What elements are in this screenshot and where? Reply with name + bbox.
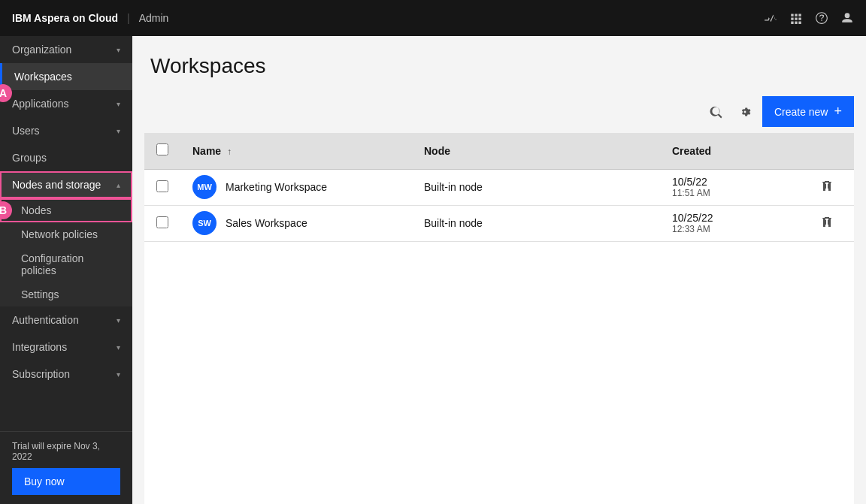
create-new-button[interactable]: Create new + bbox=[762, 96, 854, 127]
table-body: MW Marketing Workspace Built-in node 10/… bbox=[144, 169, 854, 241]
row-actions bbox=[809, 205, 854, 241]
chevron-up-icon-nodes: ▴ bbox=[117, 181, 120, 189]
row-created: 10/25/22 12:33 AM bbox=[660, 205, 809, 241]
topbar-brand: IBM Aspera on Cloud bbox=[12, 12, 118, 24]
table-header-name: Name ↑ bbox=[180, 133, 412, 169]
apps-icon[interactable] bbox=[789, 11, 803, 25]
row-name-cell: SW Sales Workspace bbox=[180, 205, 412, 241]
delete-icon[interactable] bbox=[821, 181, 833, 194]
annotation-b: B bbox=[0, 201, 12, 219]
row-node: Built-in node bbox=[412, 205, 660, 241]
workspaces-table-container: Name ↑ Node Created bbox=[144, 133, 854, 504]
topbar: IBM Aspera on Cloud | Admin bbox=[0, 0, 866, 36]
topbar-left: IBM Aspera on Cloud | Admin bbox=[12, 12, 168, 24]
sidebar-item-users[interactable]: Users ▾ bbox=[0, 117, 132, 144]
sidebar-integrations-label: Integrations bbox=[12, 341, 67, 353]
gear-icon bbox=[738, 105, 752, 119]
row-select-checkbox[interactable] bbox=[156, 180, 168, 192]
search-icon bbox=[710, 105, 723, 119]
topbar-right bbox=[764, 11, 854, 25]
sidebar-item-subscription[interactable]: Subscription ▾ bbox=[0, 361, 132, 388]
sidebar-sub-item-configuration-policies[interactable]: Configuration policies bbox=[0, 246, 132, 282]
help-icon[interactable] bbox=[815, 11, 828, 25]
main-content: Workspaces Create new + bbox=[132, 36, 866, 504]
sidebar-nodes-label: Nodes bbox=[21, 204, 51, 216]
sidebar-sub-item-network-policies[interactable]: Network policies bbox=[0, 222, 132, 246]
sidebar-organization-label: Organization bbox=[12, 44, 71, 56]
avatar: MW bbox=[192, 175, 216, 199]
sidebar-nodes-storage-submenu: B Nodes Network policies Configuration p… bbox=[0, 198, 132, 306]
select-all-checkbox[interactable] bbox=[156, 143, 168, 155]
row-checkbox[interactable] bbox=[144, 169, 180, 205]
table-header-checkbox bbox=[144, 133, 180, 169]
workspace-name[interactable]: Sales Workspace bbox=[226, 217, 307, 229]
sidebar-workspaces-label: Workspaces bbox=[14, 71, 72, 83]
sidebar-item-organization[interactable]: Organization ▾ bbox=[0, 36, 132, 63]
table-header-created: Created bbox=[660, 133, 809, 169]
avatar: SW bbox=[192, 211, 216, 235]
activity-icon[interactable] bbox=[764, 11, 777, 25]
sidebar-settings-label: Settings bbox=[21, 288, 59, 300]
chevron-down-icon: ▾ bbox=[117, 46, 120, 54]
sidebar-users-label: Users bbox=[12, 125, 40, 137]
delete-icon[interactable] bbox=[821, 217, 833, 230]
toolbar: Create new + bbox=[132, 90, 866, 133]
sidebar-configuration-policies-label: Configuration policies bbox=[21, 252, 83, 276]
topbar-admin-label: Admin bbox=[139, 12, 169, 24]
user-icon[interactable] bbox=[840, 11, 854, 25]
workspaces-table: Name ↑ Node Created bbox=[144, 133, 854, 242]
sidebar-item-nodes-and-storage[interactable]: Nodes and storage ▴ bbox=[0, 171, 132, 198]
chevron-down-icon-integrations: ▾ bbox=[117, 343, 120, 352]
sidebar-item-groups[interactable]: Groups bbox=[0, 144, 132, 171]
chevron-down-icon-subscription: ▾ bbox=[117, 370, 120, 379]
chevron-down-icon-users: ▾ bbox=[117, 127, 120, 135]
sidebar: Organization ▾ Workspaces A Applications… bbox=[0, 36, 132, 504]
sidebar-sub-item-nodes[interactable]: B Nodes bbox=[0, 198, 132, 222]
topbar-brand-text: IBM Aspera on Cloud bbox=[12, 12, 118, 24]
toolbar-right: Create new + bbox=[705, 96, 854, 127]
row-name-cell: MW Marketing Workspace bbox=[180, 169, 412, 205]
row-select-checkbox[interactable] bbox=[156, 216, 168, 228]
sidebar-item-applications[interactable]: A Applications ▾ bbox=[0, 90, 132, 117]
trial-text: Trial will expire Nov 3, 2022 bbox=[12, 441, 120, 462]
table-row: SW Sales Workspace Built-in node 10/25/2… bbox=[144, 205, 854, 241]
sidebar-groups-label: Groups bbox=[12, 152, 47, 164]
row-actions bbox=[809, 169, 854, 205]
table-header-row: Name ↑ Node Created bbox=[144, 133, 854, 169]
row-created: 10/5/22 11:51 AM bbox=[660, 169, 809, 205]
sidebar-item-integrations[interactable]: Integrations ▾ bbox=[0, 333, 132, 361]
row-node: Built-in node bbox=[412, 169, 660, 205]
sidebar-network-policies-label: Network policies bbox=[21, 228, 98, 240]
page-title: Workspaces bbox=[150, 54, 848, 78]
chevron-down-icon-auth: ▾ bbox=[117, 316, 120, 324]
row-checkbox[interactable] bbox=[144, 205, 180, 241]
buy-now-button[interactable]: Buy now bbox=[12, 468, 120, 495]
topbar-divider: | bbox=[127, 12, 130, 24]
create-new-label: Create new bbox=[774, 106, 828, 118]
sidebar-item-authentication[interactable]: Authentication ▾ bbox=[0, 306, 132, 333]
sidebar-applications-label: Applications bbox=[12, 98, 69, 110]
page-header: Workspaces bbox=[132, 36, 866, 90]
chevron-down-icon-apps: ▾ bbox=[117, 100, 120, 108]
sidebar-nodes-storage-label: Nodes and storage bbox=[12, 179, 101, 191]
sidebar-sub-item-settings[interactable]: Settings bbox=[0, 282, 132, 306]
sort-icon: ↑ bbox=[227, 146, 232, 157]
sidebar-bottom: Trial will expire Nov 3, 2022 Buy now bbox=[0, 431, 132, 504]
sidebar-subscription-label: Subscription bbox=[12, 368, 70, 380]
table-header-actions bbox=[809, 133, 854, 169]
table-row: MW Marketing Workspace Built-in node 10/… bbox=[144, 169, 854, 205]
layout: Organization ▾ Workspaces A Applications… bbox=[0, 36, 866, 504]
search-button[interactable] bbox=[705, 101, 728, 123]
plus-icon: + bbox=[834, 104, 842, 119]
settings-button[interactable] bbox=[734, 101, 756, 123]
workspace-name[interactable]: Marketing Workspace bbox=[226, 181, 327, 193]
sidebar-item-workspaces[interactable]: Workspaces bbox=[0, 63, 132, 90]
sidebar-authentication-label: Authentication bbox=[12, 314, 79, 326]
table-header-node: Node bbox=[412, 133, 660, 169]
